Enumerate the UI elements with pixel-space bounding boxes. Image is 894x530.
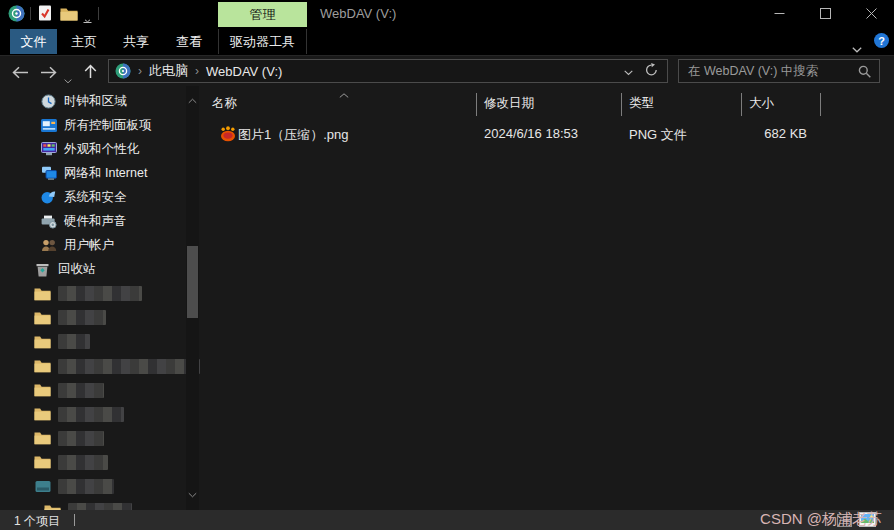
column-header-type[interactable]: 类型 <box>629 95 654 112</box>
redacted-label-blur <box>58 310 106 325</box>
breadcrumb-drive-icon <box>115 63 131 79</box>
column-divider[interactable] <box>820 93 821 116</box>
breadcrumb-chevron-icon[interactable]: › <box>195 64 199 78</box>
back-icon[interactable] <box>12 65 29 83</box>
explorer-window: 管理 WebDAV (V:) 文件 主页 共享 查看 驱动器工具 ? <box>0 0 894 530</box>
sidebar-item-label: 外观和个性化 <box>64 141 139 158</box>
titlebar: 管理 WebDAV (V:) <box>0 0 894 27</box>
file-list: 名称 修改日期 类型 大小 图片1（压缩）.png 2024/6/16 18:5… <box>200 86 894 510</box>
collapse-ribbon-chevron-icon[interactable] <box>852 39 862 57</box>
tab-file[interactable]: 文件 <box>10 29 57 54</box>
sidebar-redacted-item[interactable] <box>0 450 200 474</box>
network-icon <box>40 166 57 180</box>
redacted-label-blur <box>58 407 124 422</box>
tab-view[interactable]: 查看 <box>167 29 211 54</box>
scroll-down-chevron-icon[interactable] <box>188 484 197 502</box>
sidebar-item-label: 系统和安全 <box>64 189 127 206</box>
personalization-icon <box>40 142 57 156</box>
file-size: 682 KB <box>741 126 807 141</box>
address-bar[interactable]: › 此电脑 › WebDAV (V:) <box>108 59 668 83</box>
sidebar-item-label: 回收站 <box>58 261 96 278</box>
sidebar-item-label: 硬件和声音 <box>64 213 127 230</box>
maximize-button[interactable] <box>802 0 848 27</box>
sidebar-redacted-item[interactable] <box>0 475 200 499</box>
sidebar-redacted-item[interactable] <box>0 330 200 354</box>
sidebar-item-clock-region[interactable]: 时钟和区域 <box>0 89 200 113</box>
item-count: 1 个项目 <box>14 513 60 530</box>
file-modified-date: 2024/6/16 18:53 <box>484 126 578 141</box>
search-icon[interactable] <box>858 65 879 78</box>
folder-icon <box>34 335 51 349</box>
column-header-size[interactable]: 大小 <box>749 95 774 112</box>
scroll-up-chevron-icon[interactable] <box>188 90 197 108</box>
sidebar-item-label: 网络和 Internet <box>64 165 147 182</box>
clock-icon <box>40 94 57 109</box>
folder-icon <box>34 359 51 373</box>
redacted-label-blur <box>58 334 90 349</box>
file-type: PNG 文件 <box>629 126 687 144</box>
navigation-pane: 时钟和区域 所有控制面板项 外观和个性化 网络和 Internet 系统和安全 … <box>0 86 200 510</box>
help-icon[interactable]: ? <box>874 33 889 48</box>
tab-home[interactable]: 主页 <box>62 29 106 54</box>
sidebar-redacted-item[interactable] <box>0 426 200 450</box>
file-row[interactable]: 图片1（压缩）.png 2024/6/16 18:53 PNG 文件 682 K… <box>200 122 894 146</box>
control-panel-icon <box>40 119 57 132</box>
column-header-row: 名称 修改日期 类型 大小 <box>200 90 894 116</box>
manage-contextual-tab[interactable]: 管理 <box>218 2 307 27</box>
breadcrumb-current-location[interactable]: WebDAV (V:) <box>206 64 282 79</box>
sidebar-redacted-item[interactable] <box>0 402 200 426</box>
scrollbar-thumb[interactable] <box>187 246 198 318</box>
sidebar-redacted-item[interactable] <box>0 306 200 330</box>
column-divider[interactable] <box>741 93 742 116</box>
column-header-name[interactable]: 名称 <box>212 95 237 112</box>
redacted-label-blur <box>58 383 104 398</box>
refresh-icon[interactable] <box>645 63 658 79</box>
close-button[interactable] <box>848 0 894 27</box>
content-area: 时钟和区域 所有控制面板项 外观和个性化 网络和 Internet 系统和安全 … <box>0 86 894 510</box>
sidebar-scrollbar[interactable] <box>186 86 199 510</box>
sidebar-redacted-item[interactable] <box>0 378 200 402</box>
redacted-label-blur <box>58 359 200 374</box>
search-box[interactable] <box>678 59 880 83</box>
hardware-icon <box>40 215 57 229</box>
redacted-label-blur <box>58 286 142 301</box>
breadcrumb-chevron-icon[interactable]: › <box>138 64 142 78</box>
tab-share[interactable]: 共享 <box>114 29 158 54</box>
sidebar-item-personalization[interactable]: 外观和个性化 <box>0 137 200 161</box>
csdn-watermark: CSDN @杨浦老苏 <box>760 510 882 529</box>
column-divider[interactable] <box>476 93 477 116</box>
minimize-button[interactable] <box>756 0 802 27</box>
column-header-modified[interactable]: 修改日期 <box>484 95 534 112</box>
properties-quick-icon[interactable] <box>38 5 52 25</box>
sidebar-item-recycle-bin[interactable]: 回收站 <box>0 258 200 282</box>
titlebar-separator <box>30 7 31 20</box>
sidebar-item-label: 所有控制面板项 <box>64 117 152 134</box>
redacted-label-blur <box>58 455 108 470</box>
column-divider[interactable] <box>621 93 622 116</box>
breadcrumb-this-pc[interactable]: 此电脑 <box>149 62 188 80</box>
sidebar-item-user-accounts[interactable]: 用户帐户 <box>0 234 200 258</box>
statusbar-divider <box>74 514 75 526</box>
sidebar-redacted-item[interactable] <box>0 499 200 510</box>
sidebar-item-label: 时钟和区域 <box>64 93 127 110</box>
sidebar-item-network-internet[interactable]: 网络和 Internet <box>0 161 200 185</box>
sidebar-item-hardware-sound[interactable]: 硬件和声音 <box>0 209 200 233</box>
address-dropdown-chevron-icon[interactable] <box>624 64 633 79</box>
folder-icon <box>34 407 51 421</box>
tab-drive-tools[interactable]: 驱动器工具 <box>218 29 307 54</box>
sidebar-item-system-security[interactable]: 系统和安全 <box>0 185 200 209</box>
security-icon <box>40 190 57 204</box>
search-input[interactable] <box>679 64 858 78</box>
forward-icon[interactable] <box>40 65 57 83</box>
window-title: WebDAV (V:) <box>320 6 396 21</box>
sidebar-item-all-control-panel[interactable]: 所有控制面板项 <box>0 113 200 137</box>
ribbon-tab-row: 文件 主页 共享 查看 驱动器工具 ? <box>0 27 894 56</box>
navigation-toolbar: › 此电脑 › WebDAV (V:) <box>0 56 894 86</box>
redacted-label-blur <box>68 503 132 510</box>
up-icon[interactable] <box>84 64 97 83</box>
sidebar-item-label: 用户帐户 <box>64 237 114 254</box>
folder-icon <box>34 287 51 301</box>
sidebar-redacted-item[interactable] <box>0 282 200 306</box>
new-folder-quick-icon[interactable] <box>60 7 78 25</box>
sidebar-redacted-item[interactable] <box>0 354 200 378</box>
